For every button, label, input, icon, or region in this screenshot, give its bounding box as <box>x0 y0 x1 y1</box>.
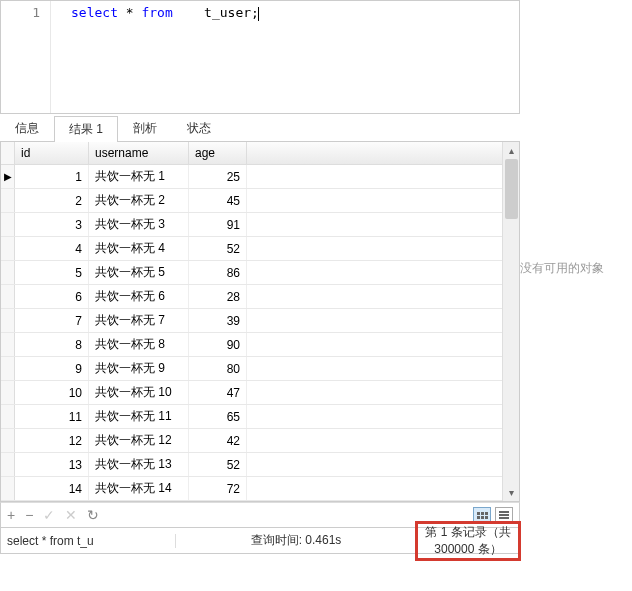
cell-username[interactable]: 共饮一杯无 11 <box>89 405 189 428</box>
row-gutter[interactable] <box>1 453 15 476</box>
tab-result-1[interactable]: 结果 1 <box>54 116 118 142</box>
table-row[interactable]: 9共饮一杯无 980 <box>1 357 519 381</box>
column-header-id[interactable]: id <box>15 142 89 164</box>
cell-id[interactable]: 9 <box>15 357 89 380</box>
cell-blank <box>247 237 519 260</box>
sql-keyword-from: from <box>141 5 172 20</box>
cell-username[interactable]: 共饮一杯无 9 <box>89 357 189 380</box>
cell-age[interactable]: 39 <box>189 309 247 332</box>
grid-vertical-scrollbar[interactable]: ▴ ▾ <box>502 142 519 501</box>
cell-username[interactable]: 共饮一杯无 8 <box>89 333 189 356</box>
row-gutter[interactable] <box>1 405 15 428</box>
cell-age[interactable]: 86 <box>189 261 247 284</box>
cancel-button[interactable]: ✕ <box>65 507 77 523</box>
cell-age[interactable]: 47 <box>189 381 247 404</box>
row-gutter[interactable] <box>1 261 15 284</box>
cell-id[interactable]: 8 <box>15 333 89 356</box>
row-gutter[interactable] <box>1 477 15 500</box>
cell-age[interactable]: 52 <box>189 237 247 260</box>
grid-header: id username age <box>1 142 519 165</box>
table-row[interactable]: 12共饮一杯无 1242 <box>1 429 519 453</box>
cell-age[interactable]: 65 <box>189 405 247 428</box>
scroll-thumb[interactable] <box>505 159 518 219</box>
cell-username[interactable]: 共饮一杯无 1 <box>89 165 189 188</box>
cell-username[interactable]: 共饮一杯无 13 <box>89 453 189 476</box>
tab-profile[interactable]: 剖析 <box>118 115 172 141</box>
cell-id[interactable]: 3 <box>15 213 89 236</box>
row-gutter[interactable] <box>1 285 15 308</box>
row-gutter-header <box>1 142 15 164</box>
cell-id[interactable]: 10 <box>15 381 89 404</box>
cell-id[interactable]: 13 <box>15 453 89 476</box>
remove-row-button[interactable]: − <box>25 507 33 523</box>
cell-username[interactable]: 共饮一杯无 10 <box>89 381 189 404</box>
cell-id[interactable]: 6 <box>15 285 89 308</box>
sql-editor[interactable]: 1 select * from t_user; <box>0 0 520 114</box>
refresh-button[interactable]: ↻ <box>87 507 99 523</box>
column-header-blank <box>247 142 519 164</box>
cell-blank <box>247 381 519 404</box>
result-grid: id username age ▶1共饮一杯无 1252共饮一杯无 2453共饮… <box>0 142 520 502</box>
cell-username[interactable]: 共饮一杯无 4 <box>89 237 189 260</box>
cell-id[interactable]: 5 <box>15 261 89 284</box>
scroll-up-icon[interactable]: ▴ <box>503 142 519 159</box>
cell-username[interactable]: 共饮一杯无 7 <box>89 309 189 332</box>
cell-username[interactable]: 共饮一杯无 12 <box>89 429 189 452</box>
table-row[interactable]: 6共饮一杯无 628 <box>1 285 519 309</box>
table-row[interactable]: 8共饮一杯无 890 <box>1 333 519 357</box>
table-row[interactable]: 2共饮一杯无 245 <box>1 189 519 213</box>
cell-age[interactable]: 91 <box>189 213 247 236</box>
table-row[interactable]: 14共饮一杯无 1472 <box>1 477 519 501</box>
cell-blank <box>247 261 519 284</box>
table-row[interactable]: ▶1共饮一杯无 125 <box>1 165 519 189</box>
cell-id[interactable]: 14 <box>15 477 89 500</box>
cell-age[interactable]: 72 <box>189 477 247 500</box>
cell-username[interactable]: 共饮一杯无 2 <box>89 189 189 212</box>
table-row[interactable]: 3共饮一杯无 391 <box>1 213 519 237</box>
cell-age[interactable]: 52 <box>189 453 247 476</box>
cell-blank <box>247 189 519 212</box>
row-gutter[interactable] <box>1 357 15 380</box>
cell-age[interactable]: 45 <box>189 189 247 212</box>
table-row[interactable]: 4共饮一杯无 452 <box>1 237 519 261</box>
sql-text[interactable]: select * from t_user; <box>51 1 519 21</box>
column-header-username[interactable]: username <box>89 142 189 164</box>
cell-id[interactable]: 12 <box>15 429 89 452</box>
table-row[interactable]: 7共饮一杯无 739 <box>1 309 519 333</box>
row-gutter[interactable] <box>1 381 15 404</box>
tab-status[interactable]: 状态 <box>172 115 226 141</box>
cell-age[interactable]: 28 <box>189 285 247 308</box>
table-row[interactable]: 11共饮一杯无 1165 <box>1 405 519 429</box>
cell-age[interactable]: 80 <box>189 357 247 380</box>
cell-id[interactable]: 1 <box>15 165 89 188</box>
apply-button[interactable]: ✓ <box>43 507 55 523</box>
scroll-down-icon[interactable]: ▾ <box>503 484 519 501</box>
cell-id[interactable]: 7 <box>15 309 89 332</box>
table-row[interactable]: 5共饮一杯无 586 <box>1 261 519 285</box>
cell-id[interactable]: 2 <box>15 189 89 212</box>
cell-age[interactable]: 90 <box>189 333 247 356</box>
row-gutter[interactable] <box>1 237 15 260</box>
row-gutter[interactable] <box>1 333 15 356</box>
row-gutter[interactable]: ▶ <box>1 165 15 188</box>
cell-username[interactable]: 共饮一杯无 5 <box>89 261 189 284</box>
cell-blank <box>247 405 519 428</box>
table-row[interactable]: 10共饮一杯无 1047 <box>1 381 519 405</box>
table-row[interactable]: 13共饮一杯无 1352 <box>1 453 519 477</box>
cell-id[interactable]: 4 <box>15 237 89 260</box>
cell-username[interactable]: 共饮一杯无 14 <box>89 477 189 500</box>
cell-username[interactable]: 共饮一杯无 3 <box>89 213 189 236</box>
row-gutter[interactable] <box>1 189 15 212</box>
cell-username[interactable]: 共饮一杯无 6 <box>89 285 189 308</box>
add-row-button[interactable]: + <box>7 507 15 523</box>
row-gutter[interactable] <box>1 429 15 452</box>
tab-info[interactable]: 信息 <box>0 115 54 141</box>
column-header-age[interactable]: age <box>189 142 247 164</box>
row-gutter[interactable] <box>1 213 15 236</box>
row-gutter[interactable] <box>1 309 15 332</box>
sql-star: * <box>126 5 134 20</box>
sql-table-name: t_user; <box>204 5 259 20</box>
cell-id[interactable]: 11 <box>15 405 89 428</box>
cell-age[interactable]: 42 <box>189 429 247 452</box>
cell-age[interactable]: 25 <box>189 165 247 188</box>
